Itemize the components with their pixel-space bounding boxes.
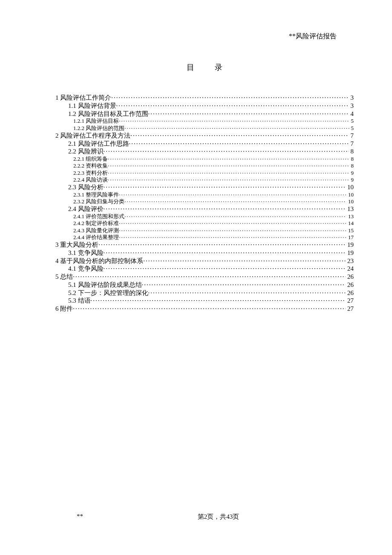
toc-entry-leader: ········································… [104, 205, 346, 213]
toc-entry-page: 10 [346, 183, 354, 191]
toc-entry-label: 3 重大风险分析 [55, 241, 98, 249]
toc-entry: 1 风险评估工作简介······························… [55, 94, 354, 102]
toc-entry-leader: ········································… [119, 220, 346, 227]
toc-entry: 1.2.2 风险评估的范围···························… [55, 125, 354, 132]
toc-entry-label: 2.3 风险分析 [68, 183, 104, 191]
toc-entry-page: 8 [349, 147, 354, 156]
toc-entry-page: 8 [349, 162, 354, 169]
toc-entry-page: 3 [349, 102, 354, 110]
toc-entry: 3.1 竞争风险································… [55, 249, 354, 257]
toc-entry-page: 19 [346, 241, 354, 249]
toc-entry: 3 重大风险分析································… [55, 241, 354, 249]
toc-entry-leader: ········································… [116, 102, 349, 110]
toc-entry-leader: ········································… [104, 265, 346, 273]
toc-entry-page: 13 [346, 205, 354, 213]
toc-entry-leader: ········································… [124, 213, 346, 220]
toc-entry-leader: ········································… [104, 183, 346, 191]
toc-entry: 4 基于风险分析的内部控制体系·························… [55, 257, 354, 265]
toc-entry-page: 10 [346, 191, 354, 198]
toc-entry: 2 风险评估工作程序及方法···························… [55, 132, 354, 140]
toc-entry-page: 4 [349, 110, 354, 118]
toc-entry-leader: ········································… [119, 234, 346, 241]
toc-entry-leader: ········································… [98, 241, 346, 249]
toc-entry-page: 24 [346, 265, 354, 273]
toc-entry-label: 2.2.2 资料收集 [73, 162, 108, 169]
toc-entry-leader: ········································… [108, 156, 349, 162]
toc-entry: 2.2.3 资料分析······························… [55, 170, 354, 176]
toc-entry-page: 9 [349, 170, 354, 176]
toc-entry-label: 5.2 下一步：风控管理的深化 [68, 289, 148, 297]
toc-entry: 2.1 风险评估工作思路····························… [55, 140, 354, 148]
table-of-contents: 1 风险评估工作简介······························… [55, 94, 354, 313]
toc-entry-label: 2.3.1 整理风险事件 [73, 191, 119, 198]
toc-entry-label: 4 基于风险分析的内部控制体系 [55, 257, 143, 265]
toc-entry-label: 2.2.3 资料分析 [73, 170, 108, 176]
toc-entry: 2.2.1 组织筹备······························… [55, 156, 354, 162]
toc-entry-leader: ········································… [119, 191, 346, 198]
toc-entry-page: 17 [346, 234, 354, 241]
toc-entry-page: 19 [346, 249, 354, 257]
toc-entry-leader: ········································… [124, 125, 349, 132]
toc-entry-page: 23 [346, 257, 354, 265]
toc-entry-label: 5 总结 [55, 273, 73, 281]
toc-entry-label: 2 风险评估工作程序及方法 [55, 132, 130, 140]
toc-entry-label: 1.1 风险评估背景 [68, 102, 116, 110]
toc-entry-page: 9 [349, 176, 354, 183]
toc-entry-label: 2.1 风险评估工作思路 [68, 140, 129, 148]
toc-entry-leader: ········································… [104, 249, 346, 257]
toc-entry: 2.3.1 整理风险事件····························… [55, 191, 354, 198]
toc-entry-label: 2.4.2 制定评价标准 [73, 220, 119, 227]
toc-entry-leader: ········································… [108, 162, 349, 169]
toc-entry-label: 5.1 风险评估阶段成果总结 [68, 281, 142, 289]
footer-left: ** [55, 513, 83, 521]
toc-entry-leader: ········································… [148, 110, 349, 118]
toc-entry: 1.2.1 风险评估目标····························… [55, 118, 354, 124]
toc-entry: 5.2 下一步：风控管理的深化·························… [55, 289, 354, 297]
toc-entry-page: 13 [346, 213, 354, 220]
toc-entry-label: 1 风险评估工作简介 [55, 94, 111, 102]
toc-entry-label: 2.2 风险辨识 [68, 147, 104, 156]
toc-entry-label: 1.2.1 风险评估目标 [73, 118, 119, 124]
toc-entry: 1.2 风险评估目标及工作范围·························… [55, 110, 354, 118]
footer-center: 第2页，共43页 [83, 513, 354, 521]
toc-entry-page: 7 [349, 140, 354, 148]
toc-entry-label: 2.2.4 风险访谈 [73, 176, 108, 183]
toc-entry-page: 26 [346, 289, 354, 297]
toc-entry-page: 5 [349, 125, 354, 132]
toc-entry: 2.2.4 风险访谈······························… [55, 176, 354, 183]
toc-entry-label: 2.4.4 评价结果整理 [73, 234, 119, 241]
toc-entry-label: 3.1 竞争风险 [68, 249, 104, 257]
toc-entry-leader: ········································… [108, 170, 349, 176]
toc-entry: 2.4.1 评价范围和形式···························… [55, 213, 354, 220]
toc-entry-label: 2.4.3 风险量化评测 [73, 227, 119, 234]
toc-entry-leader: ········································… [119, 118, 349, 124]
toc-entry-label: 2.4.1 评价范围和形式 [73, 213, 124, 220]
toc-entry-page: 26 [346, 273, 354, 281]
toc-entry-leader: ········································… [130, 132, 349, 140]
toc-entry-page: 14 [346, 220, 354, 227]
toc-entry: 5.3 结语··································… [55, 297, 354, 305]
toc-entry-leader: ········································… [143, 257, 346, 265]
toc-entry-page: 15 [346, 227, 354, 234]
toc-entry-page: 5 [349, 118, 354, 124]
toc-entry-label: 1.2.2 风险评估的范围 [73, 125, 124, 132]
toc-entry-leader: ········································… [119, 227, 346, 234]
toc-entry-label: 6 附件 [55, 305, 73, 313]
toc-entry-leader: ········································… [111, 94, 349, 102]
toc-entry: 5.1 风险评估阶段成果总结··························… [55, 281, 354, 289]
toc-entry-leader: ········································… [108, 176, 349, 183]
toc-entry-leader: ········································… [91, 297, 346, 305]
toc-entry: 2.3 风险分析································… [55, 183, 354, 191]
toc-entry: 5 总结····································… [55, 273, 354, 281]
toc-entry: 2.4.2 制定评价标准····························… [55, 220, 354, 227]
toc-entry-label: 2.2.1 组织筹备 [73, 156, 108, 162]
toc-entry-page: 27 [346, 297, 354, 305]
toc-entry-leader: ········································… [73, 305, 346, 313]
toc-entry-page: 7 [349, 132, 354, 140]
toc-entry: 4.1 竞争风险································… [55, 265, 354, 273]
toc-entry-leader: ········································… [104, 147, 349, 156]
toc-entry-label: 2.3.2 风险归集与分类 [73, 198, 124, 205]
toc-entry-page: 26 [346, 281, 354, 289]
toc-entry-leader: ········································… [142, 281, 346, 289]
doc-header: **风险评估报告 [55, 32, 337, 41]
